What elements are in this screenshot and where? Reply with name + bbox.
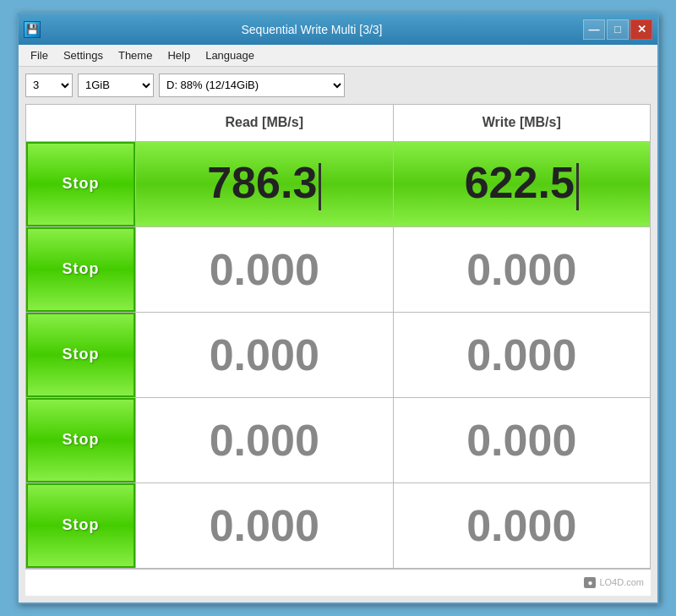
read-value-cell: 0.000 [136,226,394,312]
app-icon: 💾 [24,21,41,38]
read-value-cell: 0.000 [136,482,394,568]
maximize-button[interactable]: □ [607,19,629,40]
stop-button[interactable]: Stop [26,227,135,312]
stop-cell: Stop [26,141,136,226]
write-value-cell: 0.000 [393,226,651,312]
window-title: Sequential Write Multi [3/3] [241,23,382,36]
watermark-text: LO4D.com [599,577,644,587]
title-bar-center: Sequential Write Multi [3/3] [41,22,583,37]
read-value-cell: 786.3 [136,141,394,226]
menu-help[interactable]: Help [161,47,197,63]
table-row: Stop0.0000.000 [26,397,651,482]
write-value-cell: 0.000 [393,312,651,397]
stop-header-col [26,104,136,141]
write-value-cell: 0.000 [393,482,651,568]
menu-bar: File Settings Theme Help Language [19,45,657,67]
title-buttons: — □ ✕ [583,19,652,40]
title-bar-left: 💾 [24,21,41,38]
table-row: Stop0.0000.000 [26,226,651,312]
write-header: Write [MB/s] [393,104,651,141]
table-header: Read [MB/s] Write [MB/s] [26,104,651,141]
close-button[interactable]: ✕ [630,19,652,40]
minimize-button[interactable]: — [583,19,605,40]
stop-cell: Stop [26,482,136,568]
read-header: Read [MB/s] [136,104,394,141]
size-select[interactable]: 1GiB 512MB 2GiB 4GiB [78,74,154,97]
stop-button[interactable]: Stop [26,483,135,568]
menu-language[interactable]: Language [199,47,261,63]
menu-theme[interactable]: Theme [112,47,159,63]
table-row: Stop0.0000.000 [26,482,651,568]
main-window: 💾 Sequential Write Multi [3/3] — □ ✕ Fil… [17,13,659,604]
stop-cell: Stop [26,397,136,482]
table-row: Stop0.0000.000 [26,312,651,397]
read-value-cell: 0.000 [136,312,394,397]
stop-cell: Stop [26,226,136,312]
content-area: 3 1 2 4 5 1GiB 512MB 2GiB 4GiB D: 88% (1… [19,67,657,602]
stop-button[interactable]: Stop [26,142,135,226]
stop-button[interactable]: Stop [26,398,135,482]
drive-select[interactable]: D: 88% (12/14GiB) [159,74,345,97]
data-table: Read [MB/s] Write [MB/s] Stop786.3622.5S… [25,104,651,569]
write-value-cell: 622.5 [393,141,651,226]
toolbar: 3 1 2 4 5 1GiB 512MB 2GiB 4GiB D: 88% (1… [25,74,651,97]
menu-file[interactable]: File [24,47,55,63]
menu-settings[interactable]: Settings [57,47,110,63]
watermark: ● LO4D.com [584,577,644,588]
table-row: Stop786.3622.5 [26,141,651,226]
stop-button[interactable]: Stop [26,313,135,397]
title-bar: 💾 Sequential Write Multi [3/3] — □ ✕ [19,14,657,45]
status-bar: ● LO4D.com [25,569,651,596]
stop-cell: Stop [26,312,136,397]
read-value-cell: 0.000 [136,397,394,482]
write-value-cell: 0.000 [393,397,651,482]
count-select[interactable]: 3 1 2 4 5 [25,74,73,97]
watermark-logo: ● [584,577,596,588]
